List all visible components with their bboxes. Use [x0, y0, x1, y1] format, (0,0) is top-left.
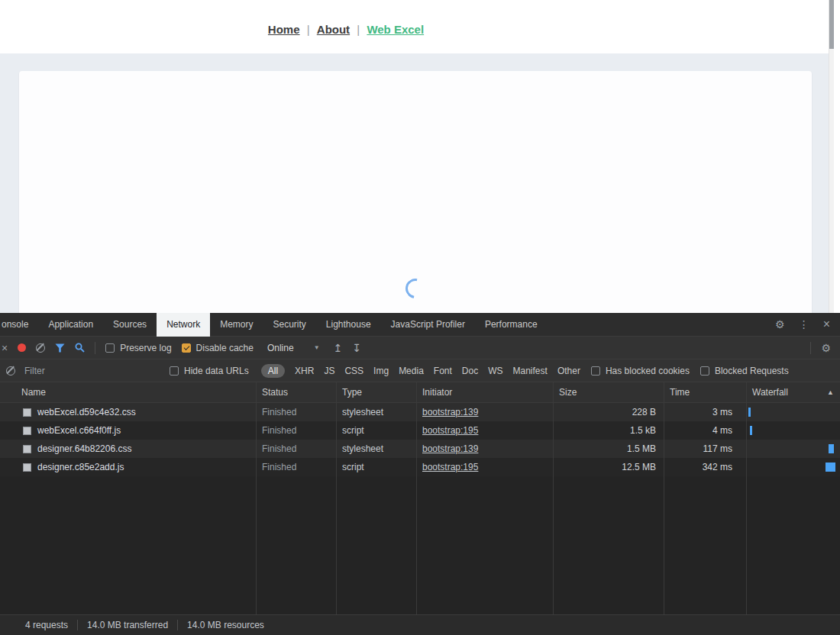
search-icon[interactable] — [75, 343, 85, 353]
initiator-link[interactable]: bootstrap:139 — [422, 443, 478, 454]
transferred-size: 14.0 MB transferred — [87, 620, 168, 630]
page-top-nav: Home | About | Web Excel — [0, 0, 840, 53]
request-type: script — [336, 421, 416, 440]
throttling-dropdown[interactable]: Online ▼ — [263, 341, 324, 355]
request-status: Finished — [256, 458, 336, 476]
request-size: 1.5 MB — [553, 440, 664, 458]
table-row[interactable]: webExcel.d59c4e32.css Finished styleshee… — [0, 403, 840, 421]
has-blocked-cookies-checkbox[interactable]: Has blocked cookies — [591, 366, 690, 376]
preserve-log-checkbox[interactable]: Preserve log — [105, 343, 171, 353]
network-filter-bar: Hide data URLs All XHR JS CSS Img Media … — [0, 359, 840, 382]
tab-network[interactable]: Network — [157, 313, 210, 337]
network-toolbar: × Preserve log Disable cache Online ▼ — [0, 337, 840, 359]
checkbox-box — [700, 366, 709, 376]
column-header-size[interactable]: Size — [553, 382, 664, 402]
table-row[interactable]: designer.64b82206.css Finished styleshee… — [0, 440, 840, 458]
nav-link-home[interactable]: Home — [268, 23, 300, 36]
more-options-icon[interactable]: ⋮ — [799, 319, 809, 330]
type-filter-all[interactable]: All — [261, 364, 285, 378]
filter-funnel-icon[interactable] — [55, 343, 65, 353]
request-status: Finished — [256, 440, 336, 458]
request-time: 4 ms — [664, 421, 746, 440]
file-icon — [23, 463, 31, 472]
type-filter-xhr[interactable]: XHR — [295, 366, 314, 376]
request-size: 1.5 kB — [553, 421, 664, 440]
tab-javascript-profiler[interactable]: JavaScript Profiler — [381, 313, 475, 337]
blocked-requests-label: Blocked Requests — [715, 366, 789, 376]
request-name-cell: webExcel.c664f0ff.js — [0, 421, 256, 440]
table-row[interactable]: designer.c85e2add.js Finished script boo… — [0, 458, 840, 476]
resources-size: 14.0 MB resources — [187, 620, 264, 630]
partial-close-icon[interactable]: × — [2, 342, 8, 354]
tab-performance[interactable]: Performance — [475, 313, 548, 337]
request-type: stylesheet — [336, 403, 416, 421]
tab-memory[interactable]: Memory — [210, 313, 263, 337]
waterfall-cell — [746, 421, 840, 440]
type-filter-css[interactable]: CSS — [344, 366, 363, 376]
disable-cache-checkbox[interactable]: Disable cache — [182, 343, 254, 353]
column-header-type[interactable]: Type — [336, 382, 416, 402]
close-devtools-icon[interactable]: × — [823, 318, 830, 330]
initiator-link[interactable]: bootstrap:139 — [422, 407, 478, 417]
export-har-icon[interactable]: ↧ — [352, 343, 361, 353]
clear-network-log-icon[interactable] — [36, 343, 45, 353]
column-header-time[interactable]: Time — [664, 382, 746, 402]
initiator-link[interactable]: bootstrap:195 — [422, 462, 478, 472]
blocked-requests-checkbox[interactable]: Blocked Requests — [700, 366, 789, 376]
settings-gear-icon[interactable]: ⚙ — [775, 319, 785, 330]
page-scrollbar[interactable] — [829, 0, 834, 313]
request-size: 12.5 MB — [553, 458, 664, 476]
waterfall-cell — [746, 440, 840, 458]
nav-link-about[interactable]: About — [317, 23, 350, 36]
tab-console[interactable]: onsole — [0, 313, 38, 337]
devtools-panel: onsole Application Sources Network Memor… — [0, 313, 840, 635]
nav-link-web-excel[interactable]: Web Excel — [367, 23, 424, 36]
column-header-waterfall[interactable]: Waterfall ▲ — [746, 382, 840, 402]
page-content-background — [0, 53, 829, 313]
file-icon — [23, 445, 31, 453]
toolbar-divider — [810, 342, 811, 354]
request-size: 228 B — [553, 403, 664, 421]
column-header-status[interactable]: Status — [256, 382, 336, 402]
type-filter-other[interactable]: Other — [557, 366, 580, 376]
type-filter-media[interactable]: Media — [399, 366, 424, 376]
loading-panel — [19, 71, 812, 313]
type-filter-manifest[interactable]: Manifest — [513, 366, 548, 376]
type-filter-doc[interactable]: Doc — [462, 366, 478, 376]
network-status-bar: 4 requests 14.0 MB transferred 14.0 MB r… — [0, 614, 840, 635]
import-har-icon[interactable]: ↥ — [334, 343, 343, 353]
file-icon — [23, 427, 31, 435]
table-row[interactable]: webExcel.c664f0ff.js Finished script boo… — [0, 421, 840, 440]
network-settings-gear-icon[interactable]: ⚙ — [821, 343, 831, 353]
requests-count: 4 requests — [25, 620, 68, 630]
type-filter-js[interactable]: JS — [324, 366, 334, 376]
toolbar-divider — [95, 342, 95, 354]
hide-data-urls-checkbox[interactable]: Hide data URLs — [170, 366, 249, 376]
filter-input[interactable] — [24, 366, 154, 376]
type-filter-img[interactable]: Img — [373, 366, 389, 376]
waterfall-bar — [829, 444, 834, 453]
request-name: designer.c85e2add.js — [37, 458, 124, 476]
tab-application[interactable]: Application — [38, 313, 103, 337]
tab-lighthouse[interactable]: Lighthouse — [316, 313, 381, 337]
request-type: script — [336, 458, 416, 476]
request-time: 342 ms — [664, 458, 746, 476]
file-icon — [23, 408, 31, 417]
request-time: 3 ms — [664, 403, 746, 421]
column-header-name[interactable]: Name — [0, 382, 256, 402]
page-scrollbar-thumb[interactable] — [829, 0, 834, 49]
type-filter-ws[interactable]: WS — [488, 366, 502, 376]
column-header-initiator[interactable]: Initiator — [416, 382, 553, 402]
request-name: designer.64b82206.css — [37, 440, 131, 458]
waterfall-bar — [750, 426, 752, 435]
preserve-log-label: Preserve log — [120, 343, 171, 353]
tab-sources[interactable]: Sources — [103, 313, 157, 337]
tabbar-right-icons: ⚙ ⋮ × — [775, 318, 840, 330]
record-network-log-icon[interactable] — [18, 343, 26, 352]
request-status: Finished — [256, 421, 336, 440]
type-filter-font[interactable]: Font — [434, 366, 452, 376]
initiator-link[interactable]: bootstrap:195 — [422, 425, 478, 436]
tab-security[interactable]: Security — [263, 313, 315, 337]
nav-separator: | — [307, 23, 310, 36]
request-name-cell: webExcel.d59c4e32.css — [0, 403, 256, 421]
